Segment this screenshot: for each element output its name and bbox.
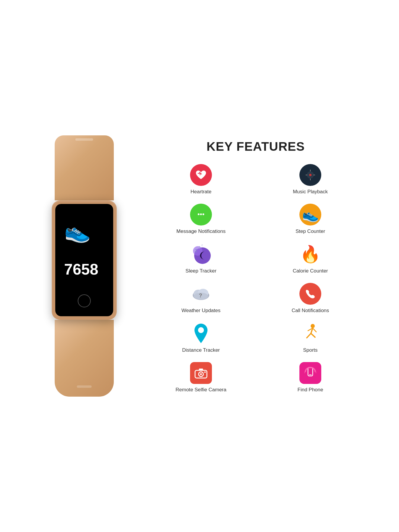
feature-sports: Sports: [259, 322, 362, 353]
heartrate-icon: [190, 164, 212, 186]
call-icon: [299, 283, 321, 305]
svg-text:?: ?: [199, 293, 202, 299]
step-icon: 👟: [299, 204, 321, 226]
svg-marker-8: [196, 218, 200, 220]
message-icon: [190, 204, 212, 226]
sports-label: Sports: [303, 347, 317, 353]
calorie-icon: 🔥: [299, 243, 321, 265]
distance-icon: [190, 322, 212, 344]
band-top: [55, 135, 114, 200]
svg-text:Z: Z: [195, 248, 197, 253]
calorie-label: Calorie Counter: [293, 268, 328, 274]
shoe-display-icon: 👟: [64, 219, 91, 244]
feature-music: Music Playback: [259, 164, 362, 195]
heartrate-label: Heartrate: [191, 189, 212, 195]
watch-body: 👟 7658: [52, 200, 117, 320]
svg-point-31: [200, 373, 202, 375]
weather-icon: ?: [190, 283, 212, 305]
findphone-icon: [299, 362, 321, 384]
svg-rect-32: [204, 372, 206, 373]
svg-point-22: [198, 327, 204, 333]
svg-point-10: [200, 213, 202, 215]
features-title: KEY FEATURES: [207, 140, 305, 154]
feature-distance: Distance Tracker: [149, 322, 253, 353]
svg-text:Z: Z: [198, 246, 200, 249]
main-container: 👟 7658 KEY FEATURES Heartrate: [37, 135, 362, 397]
distance-label: Distance Tracker: [182, 347, 220, 353]
sports-icon: [299, 322, 321, 344]
feature-message: Message Notifications: [149, 204, 253, 234]
svg-line-25: [307, 333, 311, 338]
findphone-label: Find Phone: [298, 387, 323, 393]
music-icon: [299, 164, 321, 186]
feature-heartrate: Heartrate: [149, 164, 253, 195]
weather-label: Weather Updates: [181, 308, 220, 314]
home-button[interactable]: [78, 294, 91, 307]
watch-screen: 👟 7658: [55, 204, 113, 316]
features-section: KEY FEATURES Heartrate: [149, 140, 362, 393]
step-count-display: 7658: [64, 260, 98, 278]
svg-point-9: [198, 213, 200, 215]
feature-camera: Remote Selfie Camera: [149, 362, 253, 393]
camera-label: Remote Selfie Camera: [176, 387, 226, 393]
svg-point-11: [202, 213, 204, 215]
feature-calorie: 🔥 Calorie Counter: [259, 243, 362, 274]
sleep-icon: Z Z Z: [190, 243, 212, 265]
message-label: Message Notifications: [176, 228, 226, 234]
music-label: Music Playback: [293, 189, 328, 195]
band-bottom: [55, 320, 114, 397]
feature-sleep: Z Z Z Sleep Tracker: [149, 243, 253, 274]
watch-section: 👟 7658: [37, 135, 132, 397]
step-label: Step Counter: [296, 228, 325, 234]
feature-findphone: Find Phone: [259, 362, 362, 393]
feature-step: 👟 Step Counter: [259, 204, 362, 234]
svg-point-23: [311, 324, 315, 328]
svg-line-28: [313, 328, 316, 332]
camera-icon: [190, 362, 212, 384]
svg-point-2: [309, 174, 312, 176]
svg-line-26: [311, 333, 315, 337]
feature-weather: ? Weather Updates: [149, 283, 253, 314]
sleep-label: Sleep Tracker: [186, 268, 217, 274]
call-label: Call Notifications: [292, 308, 329, 314]
svg-text:Z: Z: [201, 244, 203, 247]
feature-call: Call Notifications: [259, 283, 362, 314]
features-grid: Heartrate Music Playback: [149, 164, 362, 393]
